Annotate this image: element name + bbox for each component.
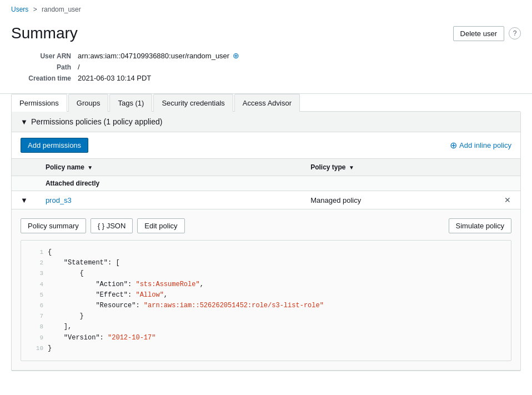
json-line: 3 { xyxy=(28,268,504,279)
table-header-row: Policy name ▼ Policy type ▼ xyxy=(12,159,520,176)
breadcrumb-parent-link[interactable]: Users xyxy=(11,6,28,13)
simulate-policy-button[interactable]: Simulate policy xyxy=(449,218,511,233)
json-line: 9 "Version": "2012-10-17" xyxy=(28,333,504,343)
json-line: 1{ xyxy=(28,247,504,258)
help-icon[interactable]: ? xyxy=(509,27,521,39)
tabs: Permissions Groups Tags (1) Security cre… xyxy=(11,94,521,111)
json-button[interactable]: { } JSON xyxy=(91,218,133,233)
delete-user-button[interactable]: Delete user xyxy=(453,26,504,41)
summary-header: Summary Delete user ? xyxy=(0,19,532,51)
json-line: 10} xyxy=(28,343,504,354)
sort-icon: ▼ xyxy=(87,164,93,171)
col-policy-type-header[interactable]: Policy type ▼ xyxy=(302,159,495,176)
col-toggle xyxy=(12,159,37,176)
policy-table: Policy name ▼ Policy type ▼ Attached dir… xyxy=(12,158,520,371)
policy-expanded-row: Policy summary { } JSON Edit policy Simu… xyxy=(12,209,520,371)
attached-directly-row: Attached directly xyxy=(12,176,520,191)
add-permissions-button[interactable]: Add permissions xyxy=(21,138,88,153)
copy-arn-icon[interactable]: ⊕ xyxy=(233,51,239,60)
section-title: Permissions policies (1 policy applied) xyxy=(31,117,163,126)
sort-icon-type: ▼ xyxy=(349,164,354,171)
policy-summary-button[interactable]: Policy summary xyxy=(21,218,86,233)
path-value: / xyxy=(78,62,80,71)
page-title: Summary xyxy=(11,24,78,42)
tab-access-advisor[interactable]: Access Advisor xyxy=(234,94,300,112)
main-content: ▼ Permissions policies (1 policy applied… xyxy=(11,111,521,371)
json-line: 7 } xyxy=(28,311,504,322)
expanded-content: Policy summary { } JSON Edit policy Simu… xyxy=(12,209,520,370)
path-row: Path / xyxy=(11,62,521,71)
json-line: 4 "Action": "sts:AssumeRole", xyxy=(28,279,504,290)
col-policy-name-header[interactable]: Policy name ▼ xyxy=(37,159,302,176)
arn-value: arn:aws:iam::047109936880:user/random_us… xyxy=(78,51,239,60)
attached-directly-label: Attached directly xyxy=(37,176,520,191)
creation-time-row: Creation time 2021-06-03 10:14 PDT xyxy=(11,73,521,82)
arn-row: User ARN arn:aws:iam::047109936880:user/… xyxy=(11,51,521,60)
user-info-table: User ARN arn:aws:iam::047109936880:user/… xyxy=(0,51,532,93)
section-toggle-icon[interactable]: ▼ xyxy=(21,118,28,126)
json-line: 2 "Statement": [ xyxy=(28,258,504,268)
tab-tags[interactable]: Tags (1) xyxy=(109,94,152,112)
add-inline-policy-button[interactable]: ⊕ Add inline policy xyxy=(450,140,511,151)
edit-policy-button[interactable]: Edit policy xyxy=(137,218,184,233)
json-line: 8 ], xyxy=(28,322,504,332)
header-actions: Delete user ? xyxy=(453,26,521,41)
col-action-header xyxy=(495,159,520,176)
remove-policy-icon[interactable]: ✕ xyxy=(504,196,511,204)
permissions-toolbar: Add permissions ⊕ Add inline policy xyxy=(12,132,520,158)
policy-remove-cell: ✕ xyxy=(495,191,520,209)
arn-label: User ARN xyxy=(11,51,78,60)
tab-groups[interactable]: Groups xyxy=(68,94,109,112)
tabs-container: Permissions Groups Tags (1) Security cre… xyxy=(0,93,532,111)
creation-time-label: Creation time xyxy=(11,73,78,82)
policy-name-cell: prod_s3 xyxy=(37,191,302,209)
table-row: ▼ prod_s3 Managed policy ✕ xyxy=(12,191,520,209)
creation-time-value: 2021-06-03 10:14 PDT xyxy=(78,73,151,82)
breadcrumb: Users > random_user xyxy=(0,0,532,19)
policy-name-link[interactable]: prod_s3 xyxy=(46,196,72,204)
json-line: 5 "Effect": "Allow", xyxy=(28,290,504,301)
policy-actions: Policy summary { } JSON Edit policy Simu… xyxy=(21,218,511,233)
tab-security-credentials[interactable]: Security credentials xyxy=(153,94,233,112)
policy-type-cell: Managed policy xyxy=(302,191,495,209)
tab-permissions[interactable]: Permissions xyxy=(11,94,67,112)
policy-row-toggle[interactable]: ▼ xyxy=(12,191,37,209)
permissions-section-header: ▼ Permissions policies (1 policy applied… xyxy=(12,112,520,132)
breadcrumb-current: random_user xyxy=(42,6,81,13)
path-label: Path xyxy=(11,62,78,71)
json-line: 6 "Resource": "arn:aws:iam::526262051452… xyxy=(28,301,504,311)
breadcrumb-separator: > xyxy=(33,6,37,13)
plus-icon: ⊕ xyxy=(450,140,457,151)
json-editor: 1{ 2 "Statement": [ 3 { 4 "Action": "sts… xyxy=(21,240,511,361)
